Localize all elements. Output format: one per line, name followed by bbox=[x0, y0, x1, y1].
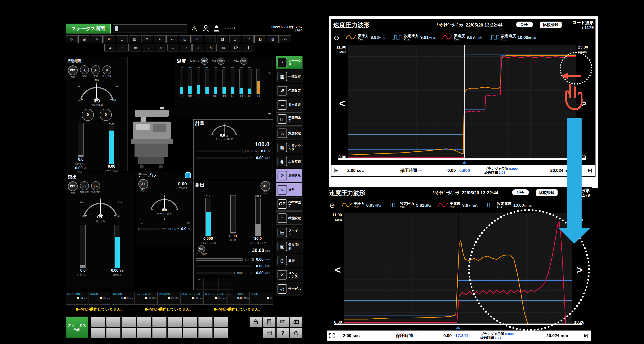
toolbar-icon-r2-11[interactable]: LP bbox=[230, 44, 242, 52]
toolbar-icon-16[interactable]: ◧ bbox=[254, 35, 266, 43]
toolbar-icon-r2-10[interactable]: ▧ bbox=[218, 44, 229, 52]
camera-icon[interactable] bbox=[290, 316, 302, 327]
blank-button-10[interactable] bbox=[91, 328, 105, 338]
blank-button-3[interactable] bbox=[122, 316, 136, 327]
ejector-button-2[interactable]: ❙← bbox=[91, 181, 100, 190]
skip-end-icon[interactable] bbox=[586, 167, 593, 174]
blank-button-13[interactable] bbox=[137, 328, 151, 338]
toolbar-icon-r2-1[interactable]: ▲ bbox=[104, 44, 116, 52]
temp-toggle-button-3[interactable]: OFF bbox=[240, 58, 248, 65]
operator-icon[interactable] bbox=[202, 24, 210, 33]
toolbar-icon-3[interactable]: ✎ bbox=[91, 35, 102, 43]
toolbar-icon-r2-4[interactable]: → bbox=[142, 44, 154, 52]
zoom-out-icon[interactable]: ⊖ bbox=[334, 34, 344, 42]
table-origin-off-button[interactable]: OFF bbox=[138, 179, 148, 189]
blank-button-18[interactable] bbox=[214, 328, 228, 338]
mold-button-3[interactable]: ↺ bbox=[102, 65, 112, 74]
prev-page-chevron[interactable]: < bbox=[335, 264, 341, 276]
expand-icon[interactable] bbox=[328, 332, 335, 339]
sidebar-item-5[interactable]: ◫型開閉設定 bbox=[276, 112, 302, 126]
blank-button-2[interactable] bbox=[106, 316, 120, 327]
document-icon[interactable] bbox=[263, 316, 276, 327]
blank-button-9[interactable] bbox=[214, 316, 228, 327]
toolbar-icon-10[interactable]: ▤ bbox=[179, 35, 191, 43]
ejector-origin-off-button[interactable]: OFF bbox=[68, 181, 78, 191]
zoom-out-icon[interactable]: ⊖ bbox=[330, 202, 340, 209]
toolbar-icon-r2-8[interactable]: ⌂ bbox=[192, 44, 204, 52]
waveform-chart[interactable] bbox=[348, 45, 576, 160]
skip-end-icon[interactable] bbox=[583, 332, 590, 339]
off-toggle[interactable]: OFF bbox=[512, 189, 529, 195]
lock-icon[interactable] bbox=[250, 316, 262, 327]
toolbar-icon-r2-2[interactable]: ◎ bbox=[117, 44, 129, 52]
toolbar-icon-9[interactable]: ⇄ bbox=[166, 35, 178, 43]
ejector-button-1[interactable]: →❙ bbox=[80, 181, 89, 190]
toolbar-icon-8[interactable]: # bbox=[154, 35, 166, 43]
off-toggle[interactable]: OFF bbox=[516, 22, 533, 28]
power-icon[interactable] bbox=[290, 328, 302, 338]
toolbar-icon-r2-7[interactable]: ◇ bbox=[180, 44, 192, 52]
injection-origin-off-button[interactable]: OFF bbox=[260, 181, 270, 191]
time-scale-value[interactable]: 2.00 sec bbox=[343, 333, 360, 338]
toolbar-icon-12[interactable]: ⊡ bbox=[204, 35, 216, 43]
sidebar-item-3[interactable]: ↺色替設定 bbox=[276, 84, 302, 97]
user-icon[interactable] bbox=[212, 24, 221, 33]
toolbar-icon-11[interactable]: ↺ bbox=[192, 35, 203, 43]
mold-button-1[interactable]: ◄] bbox=[80, 65, 89, 74]
sidebar-item-8[interactable]: ◉工程監視 bbox=[276, 155, 302, 168]
temp-toggle-button-1[interactable]: OFF bbox=[201, 58, 208, 65]
status-screen-button[interactable]: ステータス画面 bbox=[66, 24, 111, 34]
warning-icon[interactable]: ⚠ bbox=[189, 25, 199, 33]
sidebar-item-9[interactable]: ⚙運転状況 bbox=[276, 169, 302, 182]
toolbar-icon-r2-12[interactable]: ❙ bbox=[243, 44, 254, 52]
sidebar-item-11[interactable]: OPOP/SP設定 bbox=[276, 197, 302, 211]
help-icon[interactable]: ? bbox=[276, 328, 289, 338]
sidebar-item-17[interactable]: ◎サービス bbox=[276, 282, 302, 295]
sidebar-item-6[interactable]: ♨温度設定 bbox=[276, 127, 302, 140]
blank-button-5[interactable] bbox=[152, 316, 166, 327]
message-input[interactable] bbox=[113, 24, 187, 33]
blank-button-15[interactable] bbox=[168, 328, 182, 338]
toolbar-icon-14[interactable]: ▢ bbox=[229, 35, 241, 43]
cursor-marker[interactable] bbox=[462, 161, 466, 164]
blank-button-12[interactable] bbox=[122, 328, 136, 338]
toolbar-icon-4[interactable]: ⊞ bbox=[104, 35, 115, 43]
blank-button-14[interactable] bbox=[152, 328, 166, 338]
sidebar-item-2[interactable]: ▦一括設定 bbox=[276, 70, 302, 83]
cursor-marker[interactable] bbox=[456, 326, 460, 329]
sidebar-item-16[interactable]: ✕メンテナンス bbox=[276, 268, 302, 281]
sidebar-item-1[interactable]: ◔ステータス bbox=[276, 56, 302, 69]
blank-button-4[interactable] bbox=[137, 316, 151, 327]
toolbar-icon-13[interactable]: ◨ bbox=[217, 35, 228, 43]
sidebar-item-4[interactable]: →射出設定 bbox=[276, 98, 302, 111]
toolbar-icon-r2-6[interactable]: ⊟ bbox=[167, 44, 179, 52]
blank-button-17[interactable] bbox=[198, 328, 213, 338]
temp-toggle-button-2[interactable]: OFF bbox=[217, 58, 224, 65]
toolbar-icon-1[interactable]: ◇ bbox=[66, 35, 78, 43]
table-mode-badge[interactable] bbox=[185, 172, 191, 178]
toolbar-icon-17[interactable]: ▦ bbox=[267, 35, 279, 43]
count-input-box[interactable]: カウント入 bbox=[223, 24, 237, 33]
time-scale-value[interactable]: 2.00 sec bbox=[347, 168, 364, 173]
mold-origin-off-button[interactable]: OFF bbox=[68, 65, 78, 75]
blank-button-7[interactable] bbox=[183, 316, 197, 327]
toolbar-icon-2[interactable]: ▣ bbox=[78, 35, 90, 43]
toolbar-icon-15[interactable]: EP bbox=[242, 35, 254, 43]
toolbar-icon-r2-9[interactable]: ↯ bbox=[205, 44, 217, 52]
toolbar-icon-5[interactable]: ◫ bbox=[116, 35, 128, 43]
toolbar-icon-r2-5[interactable]: ≋ bbox=[155, 44, 166, 52]
blank-button-16[interactable] bbox=[183, 328, 197, 338]
compare-register-button[interactable]: 比較登録 bbox=[536, 189, 558, 196]
toolbar-icon-r2-3[interactable]: ▭ bbox=[130, 44, 141, 52]
sidebar-item-7[interactable]: ▩生産カウンタ bbox=[276, 141, 302, 154]
status-screen-nav-button[interactable]: ステータス 画面 bbox=[66, 316, 88, 338]
mold-button-2[interactable]: [► bbox=[91, 65, 100, 74]
sidebar-item-15[interactable]: ◷履歴 bbox=[276, 254, 302, 267]
blank-button-1[interactable] bbox=[91, 316, 105, 327]
blank-button-11[interactable] bbox=[106, 328, 120, 338]
prev-page-chevron[interactable]: < bbox=[339, 97, 345, 109]
keyboard-icon[interactable] bbox=[276, 316, 289, 327]
toolbar-icon-18[interactable]: ⚙ bbox=[280, 35, 291, 43]
sidebar-item-13[interactable]: ▤ファイル bbox=[276, 226, 302, 239]
blank-button-8[interactable] bbox=[198, 316, 213, 327]
